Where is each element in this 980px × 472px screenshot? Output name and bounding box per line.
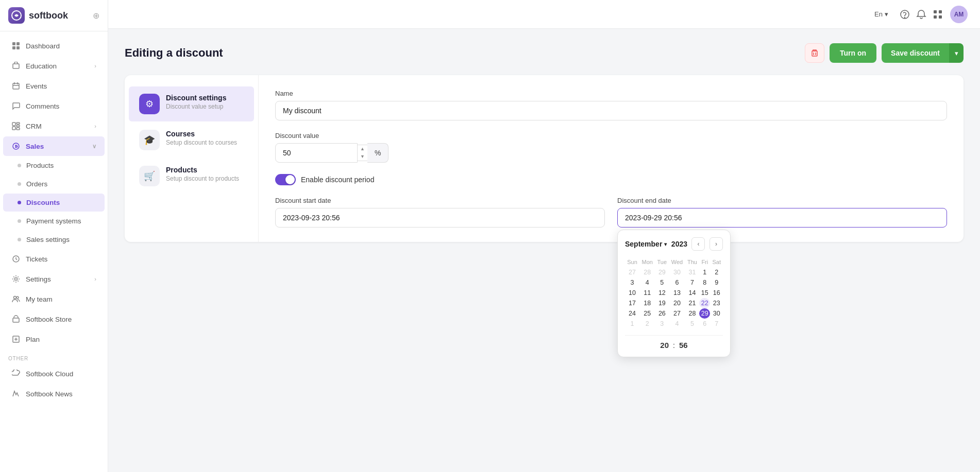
spinner-down-button[interactable]: ▼ — [358, 153, 367, 161]
calendar-day[interactable]: 13 — [669, 288, 685, 298]
sidebar-item-comments[interactable]: Comments — [3, 96, 105, 116]
weekday-mon: Mon — [639, 257, 655, 267]
sidebar-item-softbook-store[interactable]: Softbook Store — [3, 309, 105, 329]
calendar-day[interactable]: 9 — [710, 277, 723, 288]
dot-icon — [18, 182, 21, 186]
sidebar-item-settings[interactable]: Settings › — [3, 269, 105, 289]
calendar-day[interactable]: 7 — [710, 319, 723, 329]
sidebar-item-tickets[interactable]: Tickets — [3, 249, 105, 269]
calendar-day[interactable]: 11 — [639, 288, 655, 298]
discount-form: Name Discount value ▲ ▼ % — [259, 75, 964, 242]
calendar-day[interactable]: 20 — [669, 298, 685, 308]
sidebar-item-sales[interactable]: Sales ∨ — [3, 136, 105, 156]
calendar-day[interactable]: 29 — [655, 267, 669, 277]
calendar-day[interactable]: 10 — [625, 288, 639, 298]
calendar-day[interactable]: 16 — [710, 288, 723, 298]
support-icon[interactable] — [897, 6, 913, 23]
calendar-day[interactable]: 24 — [625, 308, 639, 319]
sidebar-item-events[interactable]: Events — [3, 76, 105, 96]
sidebar-item-discounts[interactable]: Discounts — [3, 194, 105, 212]
discount-value-label: Discount value — [275, 132, 947, 139]
store-icon — [11, 314, 21, 324]
delete-button[interactable] — [805, 43, 824, 63]
sidebar-item-label: Dashboard — [26, 42, 60, 50]
notification-icon[interactable] — [913, 6, 930, 23]
calendar-day[interactable]: 15 — [699, 288, 710, 298]
spinner-up-button[interactable]: ▲ — [358, 145, 367, 153]
calendar-day[interactable]: 29 — [699, 308, 710, 319]
calendar-day[interactable]: 25 — [639, 308, 655, 319]
calendar-day[interactable]: 6 — [699, 319, 710, 329]
calendar-day[interactable]: 3 — [655, 319, 669, 329]
crm-icon — [11, 121, 21, 131]
discount-nav-products[interactable]: 🛒 Products Setup discount to products — [129, 159, 254, 194]
calendar-day[interactable]: 2 — [710, 267, 723, 277]
calendar-day[interactable]: 19 — [655, 298, 669, 308]
calendar-day[interactable]: 21 — [685, 298, 699, 308]
discount-nav-courses[interactable]: 🎓 Courses Setup discount to courses — [129, 123, 254, 158]
calendar-day[interactable]: 4 — [669, 319, 685, 329]
calendar-day[interactable]: 7 — [685, 277, 699, 288]
end-date-label: Discount end date — [617, 197, 947, 204]
avatar[interactable]: AM — [950, 6, 968, 23]
calendar-day[interactable]: 23 — [710, 298, 723, 308]
sidebar-item-label: Comments — [26, 102, 59, 110]
sidebar-item-products[interactable]: Products — [3, 156, 105, 174]
calendar-day[interactable]: 1 — [625, 319, 639, 329]
save-caret-button[interactable]: ▾ — [949, 43, 964, 63]
dot-icon — [18, 219, 21, 223]
calendar-day[interactable]: 5 — [685, 319, 699, 329]
calendar-day[interactable]: 27 — [669, 308, 685, 319]
calendar-day[interactable]: 18 — [639, 298, 655, 308]
end-date-group: Discount end date September ▾ 2 — [617, 197, 947, 228]
end-date-input[interactable] — [617, 208, 947, 228]
sidebar-item-sales-settings[interactable]: Sales settings — [3, 231, 105, 249]
calendar-month-selector[interactable]: September ▾ — [625, 240, 667, 248]
calendar-day[interactable]: 27 — [625, 267, 639, 277]
calendar-next-button[interactable]: › — [709, 237, 723, 251]
language-selector[interactable]: En ▾ — [874, 10, 888, 18]
calendar-day[interactable]: 5 — [655, 277, 669, 288]
discount-nav: ⚙ Discount settings Discount value setup… — [125, 75, 259, 242]
sidebar-item-education[interactable]: Education › — [3, 56, 105, 76]
start-date-input[interactable] — [275, 208, 605, 228]
calendar-day[interactable]: 30 — [710, 308, 723, 319]
calendar-day[interactable]: 2 — [639, 319, 655, 329]
calendar-day[interactable]: 8 — [699, 277, 710, 288]
discount-nav-settings[interactable]: ⚙ Discount settings Discount value setup — [129, 86, 254, 121]
enable-period-label: Enable discount period — [301, 176, 374, 184]
sidebar-item-crm[interactable]: CRM › — [3, 116, 105, 136]
sidebar-item-softbook-news[interactable]: Softbook News — [3, 384, 105, 404]
sidebar-item-label: Discounts — [26, 199, 60, 206]
end-date-wrapper — [617, 208, 947, 228]
sidebar-item-label: Softbook Cloud — [26, 370, 73, 378]
sidebar-item-orders[interactable]: Orders — [3, 175, 105, 193]
calendar-day[interactable]: 31 — [685, 267, 699, 277]
calendar-day[interactable]: 14 — [685, 288, 699, 298]
calendar-day[interactable]: 26 — [655, 308, 669, 319]
calendar-day[interactable]: 6 — [669, 277, 685, 288]
apps-icon[interactable] — [930, 6, 946, 23]
calendar-day[interactable]: 17 — [625, 298, 639, 308]
calendar-day[interactable]: 22 — [699, 298, 710, 308]
calendar-day[interactable]: 4 — [639, 277, 655, 288]
name-input[interactable] — [275, 101, 947, 120]
calendar-day[interactable]: 12 — [655, 288, 669, 298]
sidebar-item-softbook-cloud[interactable]: Softbook Cloud — [3, 364, 105, 383]
calendar-day[interactable]: 3 — [625, 277, 639, 288]
svg-rect-27 — [939, 10, 942, 13]
calendar-day[interactable]: 28 — [639, 267, 655, 277]
enable-period-toggle[interactable] — [275, 174, 296, 185]
turn-on-button[interactable]: Turn on — [830, 43, 876, 63]
save-discount-button[interactable]: Save discount — [882, 43, 949, 63]
sidebar-item-dashboard[interactable]: Dashboard — [3, 36, 105, 56]
discount-value-input[interactable] — [275, 143, 358, 163]
sidebar-item-payment-systems[interactable]: Payment systems — [3, 212, 105, 230]
sidebar-item-my-team[interactable]: My team — [3, 289, 105, 309]
sidebar-item-plan[interactable]: Plan — [3, 329, 105, 349]
calendar-day[interactable]: 30 — [669, 267, 685, 277]
calendar-day[interactable]: 1 — [699, 267, 710, 277]
calendar-prev-button[interactable]: ‹ — [691, 237, 705, 251]
add-icon[interactable]: ⊕ — [93, 11, 99, 21]
calendar-day[interactable]: 28 — [685, 308, 699, 319]
